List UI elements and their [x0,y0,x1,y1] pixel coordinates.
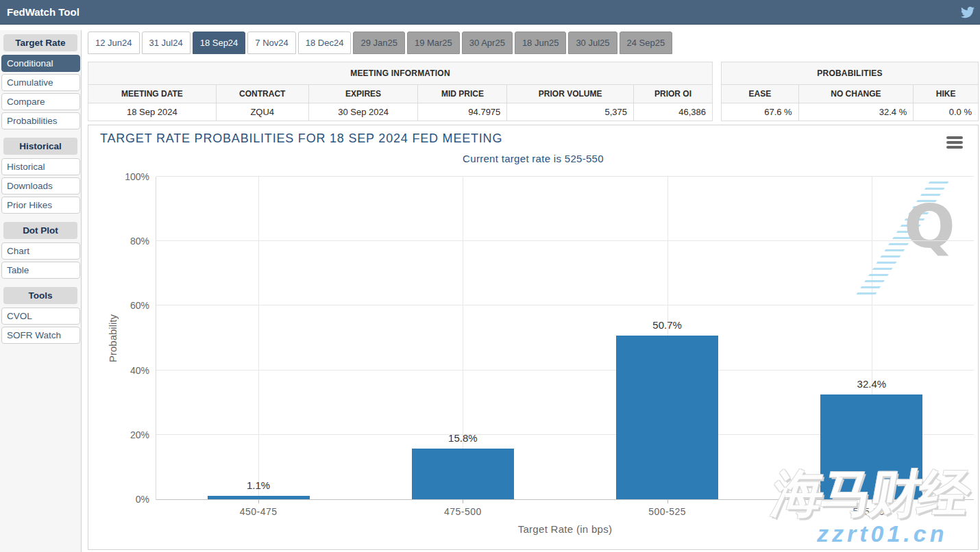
x-tick-525-550 [872,499,872,503]
sidebar-group-header-target-rate: Target Rate [3,34,77,51]
sidebar-item-table[interactable]: Table [1,262,80,279]
chart-panel: TARGET RATE PROBABILITIES FOR 18 SEP 202… [88,125,979,550]
meeting-information-table: MEETING INFORMATION MEETING DATECONTRACT… [88,62,713,121]
bar-500-525 [616,336,718,499]
tab-24-sep25[interactable]: 24 Sep25 [620,32,673,54]
category-slot-450-475: 1.1%450-475 [156,177,360,499]
bar-slots: 1.1%450-47515.8%475-50050.7%500-52532.4%… [156,177,974,499]
plot-area: Probability Target Rate (in bps) 0%20%40… [156,177,974,500]
pr-cell-67-6-: 67.6 % [722,103,799,121]
pr-col-no-change: NO CHANGE [798,85,914,103]
tab-18-jun25[interactable]: 18 Jun25 [515,32,567,54]
y-gridline-80 [156,240,974,241]
y-gridline-100 [156,176,974,177]
x-tick-450-475 [258,499,259,503]
y-tick-label-0: 0% [101,494,149,505]
meeting-tabs: 12 Jun2431 Jul2418 Sep247 Nov2418 Dec242… [88,32,674,54]
x-tick-500-525 [667,499,668,503]
pr-col-hike: HIKE [914,85,979,103]
meeting-info-banner: MEETING INFORMATION [88,62,713,85]
sidebar-group-historical: HistoricalHistoricalDownloadsPrior Hikes [0,138,81,214]
mi-cell-zqu4: ZQU4 [216,103,308,121]
sidebar-group-header-tools: Tools [3,287,77,304]
mi-col-prior-volume: PRIOR VOLUME [507,85,634,103]
y-tick-label-100: 100% [101,171,149,182]
pr-col-ease: EASE [722,85,799,103]
tab-29-jan25[interactable]: 29 Jan25 [353,32,405,54]
fedwatch-app: FedWatch Tool Target RateConditionalCumu… [0,0,980,552]
data-label-475-500: 15.8% [360,432,565,444]
probabilities-banner: PROBABILITIES [722,62,979,85]
sidebar-item-cumulative[interactable]: Cumulative [1,74,80,91]
app-title: FedWatch Tool [0,6,79,18]
twitter-icon[interactable] [961,5,975,19]
x-category-label-500-525: 500-525 [552,506,783,517]
y-tick-label-60: 60% [101,300,149,311]
probabilities-table: PROBABILITIES EASENO CHANGEHIKE 67.6 %32… [721,62,979,121]
sidebar: Target RateConditionalCumulativeCompareP… [0,30,82,552]
chart-menu-button[interactable] [946,136,963,151]
sidebar-group-tools: ToolsCVOLSOFR Watch [0,287,81,344]
y-gridline-60 [156,305,974,305]
bar-475-500 [412,449,514,499]
mi-col-mid-price: MID PRICE [418,85,507,103]
y-axis-title: Probability [107,314,119,362]
tab-18-dec24[interactable]: 18 Dec24 [298,32,352,54]
bar-450-475 [208,496,310,499]
sidebar-item-compare[interactable]: Compare [1,93,80,110]
sidebar-group-header-dot-plot: Dot Plot [3,222,77,239]
x-category-label-475-500: 475-500 [347,506,578,517]
y-tick-label-20: 20% [101,429,149,440]
category-slot-475-500: 15.8%475-500 [360,177,565,499]
data-label-450-475: 1.1% [156,479,360,491]
sidebar-group-header-historical: Historical [3,138,77,155]
mi-col-prior-oi: PRIOR OI [634,85,713,103]
x-tick-475-500 [463,499,463,503]
y-gridline-40 [156,370,974,371]
tab-19-mar25[interactable]: 19 Mar25 [407,32,460,54]
sidebar-item-cvol[interactable]: CVOL [1,308,80,325]
sidebar-item-chart[interactable]: Chart [1,242,80,260]
y-tick-label-40: 40% [101,365,149,376]
tab-30-jul25[interactable]: 30 Jul25 [568,32,617,54]
sidebar-item-sofr-watch[interactable]: SOFR Watch [1,327,80,344]
sidebar-group-dot-plot: Dot PlotChartTable [0,222,81,279]
mi-cell-18-sep-2024: 18 Sep 2024 [88,103,217,121]
tab-7-nov24[interactable]: 7 Nov24 [247,32,295,54]
pr-cell-32-4-: 32.4 % [798,103,914,121]
x-category-label-525-550: 525-550 [756,506,980,517]
sidebar-item-historical[interactable]: Historical [1,158,80,175]
data-label-500-525: 50.7% [565,319,770,331]
x-gridline-450-475 [258,177,259,499]
top-bar: FedWatch Tool [0,0,980,25]
data-label-525-550: 32.4% [770,378,974,390]
tab-31-jul24[interactable]: 31 Jul24 [142,32,191,54]
mi-col-expires: EXPIRES [308,85,418,103]
mi-cell-94-7975: 94.7975 [418,103,507,121]
category-slot-500-525: 50.7%500-525 [565,177,770,499]
mi-col-meeting-date: MEETING DATE [88,85,217,103]
sidebar-item-downloads[interactable]: Downloads [1,177,80,195]
tab-30-apr25[interactable]: 30 Apr25 [462,32,513,54]
x-axis-title: Target Rate (in bps) [156,523,974,535]
category-slot-525-550: 32.4%525-550 [770,177,974,499]
mi-cell-46-386: 46,386 [634,103,713,121]
y-tick-label-80: 80% [101,236,149,247]
mi-col-contract: CONTRACT [216,85,308,103]
bar-525-550 [820,394,922,499]
sidebar-item-probabilities[interactable]: Probabilities [1,112,80,129]
chart-subtitle: Current target rate is 525-550 [88,153,978,164]
tab-12-jun24[interactable]: 12 Jun24 [88,32,140,54]
pr-cell-0-0-: 0.0 % [914,103,979,121]
tab-18-sep24[interactable]: 18 Sep24 [193,32,246,54]
mi-cell-5-375: 5,375 [507,103,634,121]
sidebar-group-target-rate: Target RateConditionalCumulativeCompareP… [0,34,81,129]
mi-cell-30-sep-2024: 30 Sep 2024 [308,103,418,121]
sidebar-item-prior-hikes[interactable]: Prior Hikes [1,197,80,214]
sidebar-item-conditional[interactable]: Conditional [1,55,80,72]
chart-title: TARGET RATE PROBABILITIES FOR 18 SEP 202… [100,131,502,146]
x-category-label-450-475: 450-475 [143,506,374,517]
